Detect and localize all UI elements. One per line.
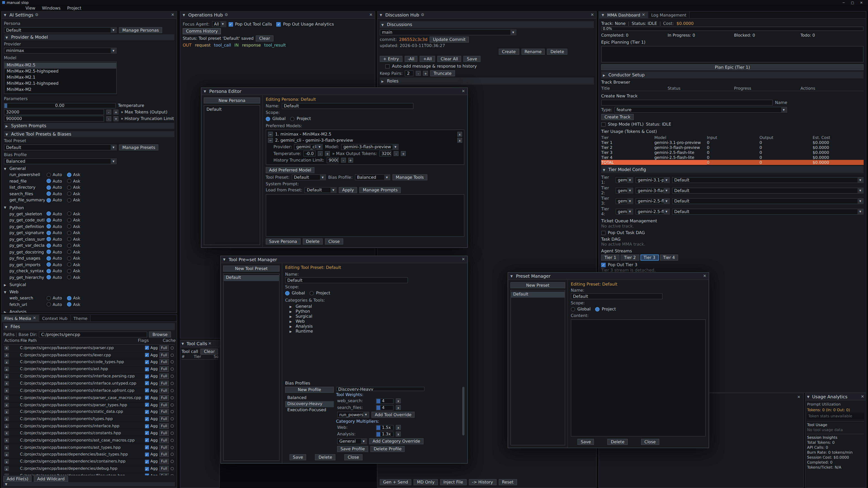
tool-group-header[interactable]: Analysis <box>4 309 174 313</box>
add-wildcard-button[interactable]: Add Wildcard <box>34 476 68 482</box>
full-flag-button[interactable]: Full <box>159 409 169 415</box>
remove-file-button[interactable] <box>4 431 9 435</box>
agg-checkbox[interactable] <box>145 453 149 456</box>
browse-button[interactable]: Browse <box>149 331 171 337</box>
ask-radio[interactable] <box>67 296 71 300</box>
apply-button[interactable]: Apply <box>339 187 357 193</box>
entry-button[interactable]: +All <box>420 56 435 62</box>
close-icon[interactable] <box>642 13 645 17</box>
full-flag-button[interactable]: Full <box>159 466 169 471</box>
auto-radio[interactable] <box>46 250 51 254</box>
minimize-icon[interactable] <box>839 0 848 4</box>
close-icon[interactable] <box>33 316 36 320</box>
preset-name-input[interactable]: Default <box>571 293 663 299</box>
remove-multiplier-button[interactable] <box>396 425 401 430</box>
load-preset-dropdown[interactable]: Default <box>305 187 337 193</box>
full-flag-button[interactable]: Full <box>159 345 169 351</box>
remove-model-button[interactable] <box>457 132 462 137</box>
discussion-hub-header[interactable]: Discussion Hub <box>377 11 596 19</box>
tier-preset-dropdown[interactable]: Default <box>672 177 864 183</box>
increment-icon[interactable] <box>348 158 353 163</box>
close-icon[interactable] <box>591 13 594 17</box>
truncate-button[interactable]: Truncate <box>430 70 455 76</box>
remove-file-button[interactable] <box>4 367 9 371</box>
decrement-icon[interactable] <box>106 109 111 115</box>
model-option[interactable]: MiniMax-M2.5-highspeed <box>4 69 116 75</box>
auto-radio[interactable] <box>46 231 51 235</box>
bias-profile-item[interactable]: Execution-Focused <box>285 407 334 413</box>
close-icon[interactable] <box>462 89 465 94</box>
agg-checkbox[interactable] <box>145 346 149 350</box>
track-type-dropdown[interactable]: feature <box>614 107 787 113</box>
close-icon[interactable] <box>171 13 174 17</box>
model-listbox[interactable]: MiniMax-M2.5 MiniMax-M2.5-highspeed Mini… <box>4 61 117 94</box>
auto-radio[interactable] <box>46 212 51 216</box>
remove-file-button[interactable] <box>4 353 9 357</box>
auto-radio[interactable] <box>46 296 51 300</box>
provider-model-section[interactable]: Provider & Model <box>4 34 174 40</box>
scrollbar[interactable] <box>462 387 465 435</box>
remove-file-button[interactable] <box>4 474 9 475</box>
tab[interactable]: Theme <box>71 315 91 321</box>
full-flag-button[interactable]: Full <box>159 388 169 393</box>
tool-group-header[interactable]: Python <box>4 204 174 210</box>
pop-tool-calls-checkbox[interactable] <box>228 22 233 26</box>
model-option[interactable]: MiniMax-M2.5 <box>4 63 116 69</box>
menu-item[interactable]: Windows <box>39 5 64 10</box>
stream-tab[interactable]: Tier 3 <box>640 255 659 261</box>
maximize-icon[interactable] <box>848 0 857 4</box>
auto-radio[interactable] <box>46 192 51 196</box>
ask-radio[interactable] <box>67 302 71 307</box>
entry-button[interactable]: + Entry <box>380 56 402 62</box>
auto-add-checkbox[interactable] <box>385 64 390 68</box>
composer-button[interactable]: Gen + Send <box>380 479 411 485</box>
tier-preset-dropdown[interactable]: Default <box>672 187 864 193</box>
agg-checkbox[interactable] <box>145 446 149 449</box>
auto-radio[interactable] <box>46 218 51 222</box>
keep-pairs-input[interactable]: 2 <box>405 70 414 76</box>
full-flag-button[interactable]: Full <box>159 473 169 475</box>
add-file-button[interactable]: Add File(s) <box>3 476 32 482</box>
tier-model-config-section[interactable]: Tier Model Config <box>601 166 864 173</box>
stream-tab[interactable]: Tier 4 <box>660 255 678 261</box>
delete-button[interactable]: Delete <box>315 454 336 460</box>
decrement-icon[interactable] <box>318 151 323 156</box>
auto-radio[interactable] <box>46 269 51 273</box>
files-section[interactable]: Files <box>3 323 175 330</box>
category-row[interactable]: General <box>289 304 465 308</box>
tool-override-dropdown[interactable]: run_powershell <box>337 412 369 418</box>
discussions-section[interactable]: Discussions <box>380 21 594 28</box>
create-discussion-button[interactable]: Create <box>499 49 519 55</box>
tab[interactable]: Files & Media <box>2 315 39 321</box>
preferred-model-dropdown[interactable]: gemini-3-flash-preview <box>341 144 399 150</box>
weight-input[interactable]: 4 <box>376 404 394 410</box>
ask-radio[interactable] <box>67 179 71 184</box>
active-presets-section[interactable]: Active Tool Presets & Biases <box>4 131 174 137</box>
manage-tools-button[interactable]: Manage Tools <box>393 174 427 180</box>
remove-file-button[interactable] <box>4 410 9 414</box>
decrement-icon[interactable] <box>106 116 111 121</box>
delete-button[interactable]: Delete <box>608 439 628 445</box>
auto-radio[interactable] <box>46 185 51 190</box>
auto-radio[interactable] <box>46 172 51 177</box>
comms-history-tab[interactable]: Comms History <box>183 28 221 34</box>
clear-status-button[interactable]: Clear <box>256 35 273 41</box>
ask-radio[interactable] <box>67 185 71 190</box>
tab[interactable]: Context Hub <box>39 315 71 321</box>
collapsed-section-bar[interactable] <box>3 482 175 486</box>
tier-preset-dropdown[interactable]: Default <box>672 198 864 204</box>
ask-radio[interactable] <box>67 250 71 254</box>
add-preferred-model-button[interactable]: Add Preferred Model <box>266 167 315 173</box>
clear-history-button[interactable]: Clear <box>200 349 218 355</box>
auto-radio[interactable] <box>46 262 51 267</box>
scope-project-radio[interactable] <box>309 291 314 295</box>
window-close-icon[interactable] <box>857 0 866 4</box>
ask-radio[interactable] <box>67 262 71 267</box>
auto-radio[interactable] <box>46 179 51 184</box>
tool-group-header[interactable]: Surgical <box>4 282 174 288</box>
save-button[interactable]: Save <box>289 454 307 460</box>
max-output-input[interactable]: 32000 <box>379 151 392 157</box>
tier-provider-dropdown[interactable]: gemini <box>616 187 633 193</box>
remove-file-button[interactable] <box>4 466 9 471</box>
entry-button[interactable]: Save <box>464 56 480 62</box>
